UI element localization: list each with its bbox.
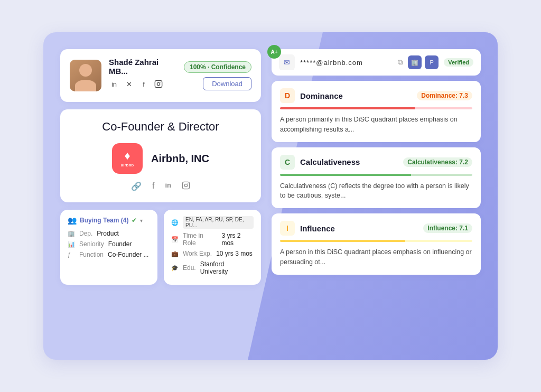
building-icon-btn[interactable]: 🏢 xyxy=(408,55,422,69)
airbnb-logo: ♦ airbnb xyxy=(112,143,143,174)
disc-d-title: Dominance xyxy=(300,91,412,100)
time-in-role-item: 📅 Time in Role 3 yrs 2 mos xyxy=(171,232,254,247)
seniority-icon: 📊 xyxy=(68,241,75,248)
langs-item: 🌐 EN, FA, AR, RU, SP, DE, PU... xyxy=(171,216,254,229)
svg-point-5 xyxy=(188,183,188,184)
function-item: ƒ Function Co-Founder ... xyxy=(68,251,150,258)
time-icon: 📅 xyxy=(171,236,179,243)
company-instagram-icon[interactable] xyxy=(182,181,190,192)
download-button[interactable]: Download xyxy=(203,77,251,90)
disc-c-bar xyxy=(280,174,472,176)
disc-dominance-card: D Dominance Dominance: 7.3 A person prim… xyxy=(272,81,481,142)
svg-point-1 xyxy=(157,82,160,85)
company-linkedin-icon[interactable]: in xyxy=(165,181,171,192)
company-name: Airbnb, INC xyxy=(151,153,209,165)
disc-d-score: Dominance: 7.3 xyxy=(417,91,472,100)
linkedin-icon[interactable]: in xyxy=(109,79,119,89)
airbnb-text: airbnb xyxy=(121,163,134,167)
disc-c-text: Calculativeness (C) reflects the degree … xyxy=(280,181,472,201)
company-social-icons: 🔗 f in xyxy=(70,181,251,192)
dep-icon: 🏢 xyxy=(68,230,75,237)
email-actions: 🏢 P xyxy=(408,55,439,69)
person-icon-btn[interactable]: P xyxy=(425,55,439,69)
svg-rect-3 xyxy=(182,182,189,189)
profile-right: 100% · Confidence Download xyxy=(184,61,251,90)
twitter-icon[interactable]: ✕ xyxy=(124,79,134,89)
left-column: Shadé Zahrai MB... in ✕ f 100% · Confide… xyxy=(60,49,261,339)
details-row: 👥 Buying Team (4) ✔ ▾ 🏢 Dep. Product 📊 S… xyxy=(60,210,261,285)
profile-name: Shadé Zahrai MB... xyxy=(109,58,176,76)
edu-icon: 🎓 xyxy=(171,265,179,272)
disc-c-badge: C xyxy=(280,155,295,170)
disc-dominance-header: D Dominance Dominance: 7.3 xyxy=(280,88,472,103)
company-logo-row: ♦ airbnb Airbnb, INC xyxy=(70,143,251,174)
buying-team-icon: 👥 xyxy=(68,216,77,225)
disc-i-title: Influence xyxy=(300,224,418,233)
company-facebook-icon[interactable]: f xyxy=(152,181,154,192)
airbnb-symbol: ♦ xyxy=(124,150,130,162)
disc-d-badge: D xyxy=(280,88,295,103)
social-icons-row: in ✕ f xyxy=(109,79,176,89)
profile-card: Shadé Zahrai MB... in ✕ f 100% · Confide… xyxy=(60,49,261,102)
disc-c-title: Calculativeness xyxy=(300,157,398,166)
langs-badge: EN, FA, AR, RU, SP, DE, PU... xyxy=(183,216,254,229)
svg-point-2 xyxy=(160,82,161,82)
disc-c-header: C Calculativeness Calculativeness: 7.2 xyxy=(280,155,472,170)
svg-point-4 xyxy=(184,184,187,186)
email-masked: *****@airbnb.com xyxy=(300,59,393,67)
chevron-down-icon[interactable]: ▾ xyxy=(140,218,143,223)
disc-influence-card: I Influence Influence: 7.1 A person in t… xyxy=(272,213,481,275)
email-bar: A+ ✉ *****@airbnb.com ⧉ 🏢 P Verified xyxy=(272,49,481,76)
confidence-badge: 100% · Confidence xyxy=(184,61,251,73)
disc-d-text: A person primarily in this DiSC quadrant… xyxy=(280,115,472,135)
check-icon: ✔ xyxy=(132,217,137,224)
disc-c-score: Calculativeness: 7.2 xyxy=(403,157,472,167)
work-exp-item: 💼 Work Exp. 10 yrs 3 mos xyxy=(171,250,254,257)
disc-d-bar xyxy=(280,107,472,109)
disc-i-bar xyxy=(280,240,472,242)
avatar xyxy=(70,60,101,91)
details-card-right: 🌐 EN, FA, AR, RU, SP, DE, PU... 📅 Time i… xyxy=(164,210,261,285)
buying-team-header: 👥 Buying Team (4) ✔ ▾ xyxy=(68,216,150,225)
disc-i-text: A person in this DiSC quadrant places em… xyxy=(280,247,472,267)
langs-icon: 🌐 xyxy=(171,219,179,226)
disc-i-score: Influence: 7.1 xyxy=(423,223,472,233)
department-item: 🏢 Dep. Product xyxy=(68,230,150,237)
function-icon: ƒ xyxy=(68,251,75,258)
company-title: Co-Founder & Director xyxy=(70,120,251,134)
seniority-item: 📊 Seniority Founder xyxy=(68,240,150,248)
verified-badge: Verified xyxy=(444,58,473,67)
profile-info: Shadé Zahrai MB... in ✕ f xyxy=(109,58,176,94)
disc-i-header: I Influence Influence: 7.1 xyxy=(280,221,472,236)
details-card-left: 👥 Buying Team (4) ✔ ▾ 🏢 Dep. Product 📊 S… xyxy=(60,210,157,285)
svg-rect-0 xyxy=(155,80,162,87)
email-icon: ✉ xyxy=(279,54,295,70)
work-icon: 💼 xyxy=(171,250,179,257)
instagram-icon[interactable] xyxy=(153,79,164,89)
copy-icon[interactable]: ⧉ xyxy=(398,58,403,67)
main-container: Shadé Zahrai MB... in ✕ f 100% · Confide… xyxy=(43,32,498,360)
edu-item: 🎓 Edu. Stanford University xyxy=(171,260,254,275)
facebook-icon[interactable]: f xyxy=(138,79,149,89)
disc-i-badge: I xyxy=(280,221,295,236)
link-icon[interactable]: 🔗 xyxy=(131,181,142,192)
aplus-badge: A+ xyxy=(267,45,281,59)
buying-team-button[interactable]: Buying Team (4) xyxy=(80,217,128,224)
company-card: Co-Founder & Director ♦ airbnb Airbnb, I… xyxy=(60,109,261,202)
disc-calculativeness-card: C Calculativeness Calculativeness: 7.2 C… xyxy=(272,147,481,209)
right-column: A+ ✉ *****@airbnb.com ⧉ 🏢 P Verified D D… xyxy=(272,49,481,339)
